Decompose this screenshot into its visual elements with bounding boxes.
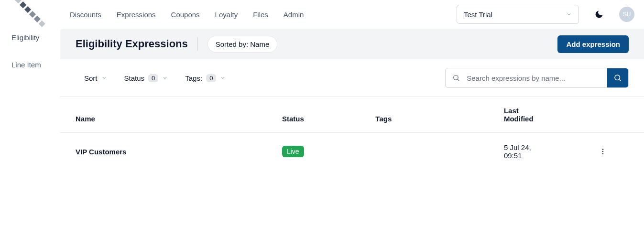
status-filter-label: Status xyxy=(124,74,145,82)
nav-link-loyalty[interactable]: Loyalty xyxy=(215,11,238,19)
status-filter[interactable]: Status 0 xyxy=(124,74,168,82)
tags-filter[interactable]: Tags: 0 xyxy=(185,74,226,82)
sort-filter[interactable]: Sort xyxy=(84,74,107,82)
column-header-tags[interactable]: Tags xyxy=(375,97,504,133)
app-logo xyxy=(0,6,60,29)
cell-name: VIP Customers xyxy=(60,133,282,171)
cell-status: Live xyxy=(282,133,375,171)
page-header: Eligibility Expressions Sorted by: Name … xyxy=(60,29,644,59)
chevron-down-icon xyxy=(566,11,572,17)
sort-summary-chip[interactable]: Sorted by: Name xyxy=(207,36,278,53)
avatar[interactable]: SU xyxy=(619,7,634,22)
top-nav: Discounts Expressions Coupons Loyalty Fi… xyxy=(60,0,644,29)
nav-link-expressions[interactable]: Expressions xyxy=(117,11,156,19)
account-select-value: Test Trial xyxy=(464,11,492,19)
svg-point-0 xyxy=(454,75,458,80)
column-header-last-modified-label: Last Modified xyxy=(504,107,542,123)
svg-line-3 xyxy=(619,79,621,81)
nav-link-discounts[interactable]: Discounts xyxy=(70,11,101,19)
sort-filter-label: Sort xyxy=(84,74,98,82)
chevron-down-icon xyxy=(162,75,168,81)
sidebar-item-label: Eligibility xyxy=(11,33,39,42)
nav-link-files[interactable]: Files xyxy=(253,11,268,19)
sidebar-item-label: Line Item xyxy=(11,61,41,69)
filter-bar: Sort Status 0 Tags: 0 xyxy=(60,59,644,97)
svg-point-2 xyxy=(615,75,620,80)
nav-link-coupons[interactable]: Coupons xyxy=(171,11,200,19)
cell-tags xyxy=(375,133,504,171)
sort-summary-label: Sorted by: Name xyxy=(216,40,270,48)
tags-filter-count: 0 xyxy=(206,74,216,82)
column-header-status[interactable]: Status xyxy=(282,97,375,133)
avatar-initials: SU xyxy=(623,11,631,18)
status-filter-count: 0 xyxy=(148,74,158,82)
search-expressions xyxy=(445,68,629,88)
page-title: Eligibility Expressions xyxy=(76,38,188,50)
row-actions-menu[interactable] xyxy=(597,146,609,157)
search-input[interactable] xyxy=(467,74,600,82)
sidebar: Eligibility Line Item xyxy=(0,0,60,248)
column-header-last-modified[interactable]: Last Modified xyxy=(504,97,597,133)
divider xyxy=(197,37,198,51)
more-vertical-icon xyxy=(599,148,607,155)
cell-last-modified: 5 Jul 24, 09:51 xyxy=(504,133,597,171)
svg-line-1 xyxy=(458,79,459,81)
status-badge: Live xyxy=(282,146,304,157)
theme-toggle-icon[interactable] xyxy=(594,10,604,19)
table-row[interactable]: VIP Customers Live 5 Jul 24, 09:51 xyxy=(60,133,644,171)
sidebar-item-eligibility[interactable]: Eligibility xyxy=(0,29,60,46)
tags-filter-label: Tags: xyxy=(185,74,202,82)
add-expression-label: Add expression xyxy=(566,40,620,48)
chevron-down-icon xyxy=(220,75,226,81)
svg-point-4 xyxy=(602,149,603,150)
nav-link-admin[interactable]: Admin xyxy=(284,11,304,19)
search-icon xyxy=(613,74,622,82)
svg-point-6 xyxy=(602,153,603,154)
column-header-name[interactable]: Name xyxy=(60,97,282,133)
add-expression-button[interactable]: Add expression xyxy=(557,35,629,53)
search-icon xyxy=(452,74,460,82)
chevron-down-icon xyxy=(101,75,107,81)
expressions-table: Name Status Tags Last Modified VIP Custo… xyxy=(60,97,644,170)
account-select[interactable]: Test Trial xyxy=(457,5,579,24)
svg-point-5 xyxy=(602,151,603,152)
sidebar-item-line-item[interactable]: Line Item xyxy=(0,56,60,74)
search-button[interactable] xyxy=(607,68,628,87)
